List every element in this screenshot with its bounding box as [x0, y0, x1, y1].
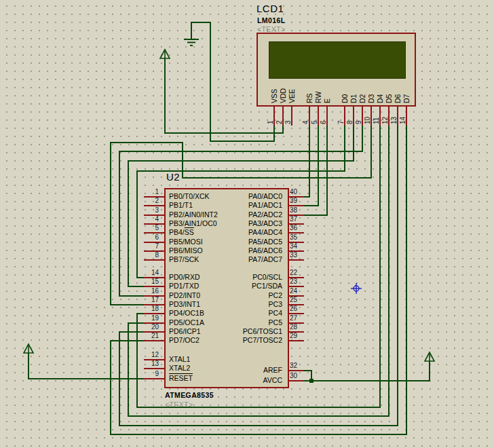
mcu-pin-number: 32	[290, 362, 307, 369]
mcu-pin-number: 5	[142, 224, 159, 231]
mcu-pin-name: PC5	[200, 319, 282, 326]
mcu-pin-name: PB1/T1	[169, 202, 193, 209]
mcu-pin-number: 33	[290, 251, 307, 259]
mcu-pin-number: 2	[142, 197, 159, 204]
mcu-pin-name: PC3	[200, 301, 282, 308]
schematic-canvas: LCD1 LM016L <TEXT> U2 ATMEGA8535 <TEXT> …	[0, 0, 494, 448]
mcu-pin-name: PC6/TOSC1	[200, 328, 282, 335]
mcu-pin-name: PB4/SS	[169, 229, 194, 236]
mcu-pin-number: 15	[142, 278, 159, 285]
mcu-pin-name: PA3/ADC3	[200, 220, 282, 227]
mcu-pin-name: PA0/ADC0	[200, 193, 282, 200]
mcu-pin-number: 39	[290, 197, 307, 204]
mcu-pin-number: 40	[290, 188, 307, 195]
mcu-pin-name: PC4	[200, 310, 282, 317]
mcu-pin-number: 30	[290, 372, 307, 379]
mcu-pin-name: PC0/SCL	[200, 274, 282, 281]
mcu-pin-number: 19	[142, 314, 159, 322]
mcu-pin-number: 9	[142, 370, 159, 377]
mcu-pin-number: 27	[290, 314, 307, 322]
mcu-pin-name: AREF	[200, 367, 282, 374]
mcu-pin-number: 20	[142, 323, 159, 331]
mcu-pin-number: 4	[142, 215, 159, 223]
mcu-pin-name: XTAL1	[169, 356, 190, 363]
mcu-pin-name: PB7/SCK	[169, 256, 199, 263]
mcu-pin-name: RESET	[169, 375, 193, 382]
mcu-pin-name: XTAL2	[169, 365, 190, 372]
mcu-pin-number: 22	[290, 269, 307, 276]
mcu-pin-number: 34	[290, 242, 307, 250]
mcu-pin-number: 13	[142, 360, 159, 367]
mcu-pin-number: 25	[290, 296, 307, 303]
mcu-pin-name: PB5/MOSI	[169, 238, 203, 246]
mcu-pin-number: 6	[142, 234, 159, 241]
mcu-pin-name: PA7/ADC7	[200, 256, 282, 263]
mcu-pin-number: 35	[290, 234, 307, 241]
mcu-pin-number: 8	[142, 251, 159, 259]
mcu-pin-name: PC7/TOSC2	[200, 337, 282, 344]
mcu-pin-name: PA4/ADC4	[200, 229, 282, 236]
mcu-pin-name: PA2/ADC2	[200, 211, 282, 219]
mcu-pin-name: PD3/INT1	[169, 301, 200, 308]
mcu-pin-number: 3	[142, 206, 159, 214]
mcu-pin-name: PA1/ADC1	[200, 202, 282, 209]
mcu-pin-name: PC1/SDA	[200, 282, 282, 290]
pin-labels-layer: 1PB0/T0/XCK2PB1/T13PB2/AIN0/INT24PB3/AIN…	[0, 0, 494, 448]
mcu-pin-number: 7	[142, 242, 159, 250]
mcu-pin-name: AVCC	[200, 377, 282, 384]
mcu-pin-name: PD2/INT0	[169, 292, 200, 299]
mcu-pin-number: 18	[142, 305, 159, 312]
mcu-pin-name: PD0/RXD	[169, 274, 200, 281]
mcu-pin-number: 1	[142, 188, 159, 195]
mcu-pin-name: PA6/ADC6	[200, 247, 282, 255]
mcu-pin-number: 26	[290, 305, 307, 312]
mcu-pin-number: 36	[290, 224, 307, 231]
mcu-pin-name: PD7/OC2	[169, 337, 200, 344]
mcu-pin-name: PD1/TXD	[169, 282, 199, 290]
mcu-pin-name: PC2	[200, 292, 282, 299]
mcu-pin-number: 38	[290, 206, 307, 214]
mcu-pin-number: 16	[142, 287, 159, 295]
mcu-pin-name: PB6/MISO	[169, 247, 203, 255]
mcu-pin-number: 28	[290, 323, 307, 331]
mcu-pin-name: PA5/ADC5	[200, 238, 282, 246]
mcu-pin-number: 29	[290, 332, 307, 339]
mcu-pin-number: 37	[290, 215, 307, 223]
mcu-pin-name: PD6/ICP1	[169, 328, 201, 335]
mcu-pin-number: 21	[142, 332, 159, 339]
mcu-pin-number: 12	[142, 351, 159, 358]
mcu-pin-number: 24	[290, 287, 307, 295]
mcu-pin-number: 14	[142, 269, 159, 276]
mcu-pin-number: 23	[290, 278, 307, 285]
mcu-pin-number: 17	[142, 296, 159, 303]
